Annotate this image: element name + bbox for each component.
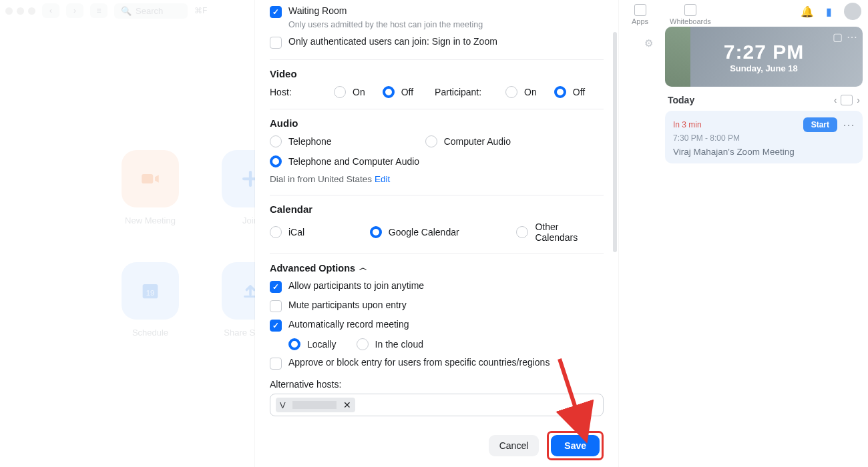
history-button[interactable]: ≡ [90, 3, 107, 18]
alt-hosts-label: Alternative hosts: [270, 379, 604, 390]
apps-icon [634, 4, 646, 16]
waiting-room-label: Waiting Room [288, 5, 347, 16]
video-icon [139, 167, 162, 190]
audio-section-header: Audio [270, 117, 604, 129]
authenticated-only-label: Only authenticated users can join: Sign … [288, 36, 497, 47]
dial-in-label: Dial in from United States [270, 174, 372, 184]
calendar-picker-icon[interactable] [841, 95, 853, 105]
search-icon: 🔍 [121, 6, 132, 16]
search-placeholder: Search [136, 6, 163, 16]
calendar-icon: 19 [139, 280, 162, 302]
prev-day-button[interactable]: ‹ [834, 95, 837, 105]
nav-back-button[interactable]: ‹ [42, 3, 59, 18]
waiting-room-note: Only users admitted by the host can join… [288, 20, 604, 29]
alt-host-chip[interactable]: V ✕ [276, 398, 355, 412]
cancel-button[interactable]: Cancel [489, 435, 539, 456]
gear-icon[interactable]: ⚙ [644, 37, 653, 49]
countdown-label: In 3 min [673, 120, 702, 129]
upcoming-meeting-card[interactable]: In 3 min Start ⋯ 7:30 PM - 8:00 PM Viraj… [665, 111, 863, 163]
audio-telephone-radio[interactable] [270, 135, 282, 147]
calendar-section-header: Calendar [270, 203, 604, 215]
clock-date: Sunday, June 18 [730, 63, 798, 73]
nav-forward-button[interactable]: › [66, 3, 83, 18]
participant-label: Participant: [435, 87, 505, 97]
window-controls[interactable] [5, 7, 35, 15]
nav-whiteboards[interactable]: Whiteboards [670, 4, 711, 25]
host-video-on-radio[interactable] [334, 86, 346, 98]
profile-avatar[interactable] [844, 3, 861, 20]
calendar-ical-radio[interactable] [270, 226, 282, 238]
participant-video-off-radio[interactable] [554, 86, 566, 98]
meeting-more-icon[interactable]: ⋯ [843, 117, 855, 132]
remove-chip-icon[interactable]: ✕ [343, 400, 351, 410]
auto-record-checkbox[interactable] [270, 320, 282, 332]
search-input[interactable]: 🔍 Search [114, 3, 188, 19]
record-locally-radio[interactable] [288, 338, 300, 350]
svg-text:19: 19 [146, 289, 155, 297]
clock-card: ▢⋯ 7:27 PM Sunday, June 18 [665, 27, 863, 87]
start-meeting-button[interactable]: Start [803, 117, 837, 132]
clock-time: 7:27 PM [724, 41, 804, 63]
dial-in-edit-link[interactable]: Edit [375, 174, 390, 184]
calendar-google-radio[interactable] [370, 226, 382, 238]
bell-icon[interactable]: 🔔 [801, 5, 814, 18]
waiting-room-checkbox[interactable] [270, 6, 282, 18]
today-label: Today [668, 95, 694, 105]
search-shortcut: ⌘F [194, 6, 207, 15]
next-day-button[interactable]: › [857, 95, 860, 105]
authenticated-only-checkbox[interactable] [270, 37, 282, 49]
save-highlight-annotation: Save [547, 431, 604, 460]
meeting-time: 7:30 PM - 8:00 PM [673, 133, 855, 143]
expand-icon[interactable]: ▢ [833, 31, 843, 43]
chevron-up-icon: ︿ [359, 262, 367, 274]
advanced-options-toggle[interactable]: Advanced Options ︿ [270, 262, 604, 274]
participant-video-on-radio[interactable] [505, 86, 517, 98]
mute-on-entry-checkbox[interactable] [270, 300, 282, 312]
new-meeting-tile[interactable]: New Meeting [100, 150, 200, 250]
host-label: Host: [270, 87, 334, 97]
record-cloud-radio[interactable] [357, 338, 369, 350]
country-approve-block-checkbox[interactable] [270, 358, 282, 370]
audio-computer-radio[interactable] [425, 135, 437, 147]
schedule-meeting-modal: Waiting Room Only users admitted by the … [255, 0, 618, 467]
save-button[interactable]: Save [551, 435, 600, 456]
allow-join-anytime-checkbox[interactable] [270, 281, 282, 293]
host-video-off-radio[interactable] [383, 86, 395, 98]
audio-both-radio[interactable] [270, 155, 282, 167]
nav-apps[interactable]: Apps [632, 4, 648, 25]
svg-rect-0 [142, 174, 153, 183]
more-icon[interactable]: ⋯ [847, 31, 857, 43]
video-section-header: Video [270, 68, 604, 79]
meeting-title: Viraj Mahajan's Zoom Meeting [673, 147, 855, 157]
whiteboards-icon [684, 4, 696, 16]
alt-hosts-input[interactable]: V ✕ [270, 394, 604, 416]
scrollbar[interactable] [613, 32, 617, 252]
calendar-other-radio[interactable] [516, 226, 528, 238]
presence-icon[interactable]: ▮ [826, 5, 832, 18]
schedule-tile[interactable]: 19 Schedule [100, 262, 200, 362]
